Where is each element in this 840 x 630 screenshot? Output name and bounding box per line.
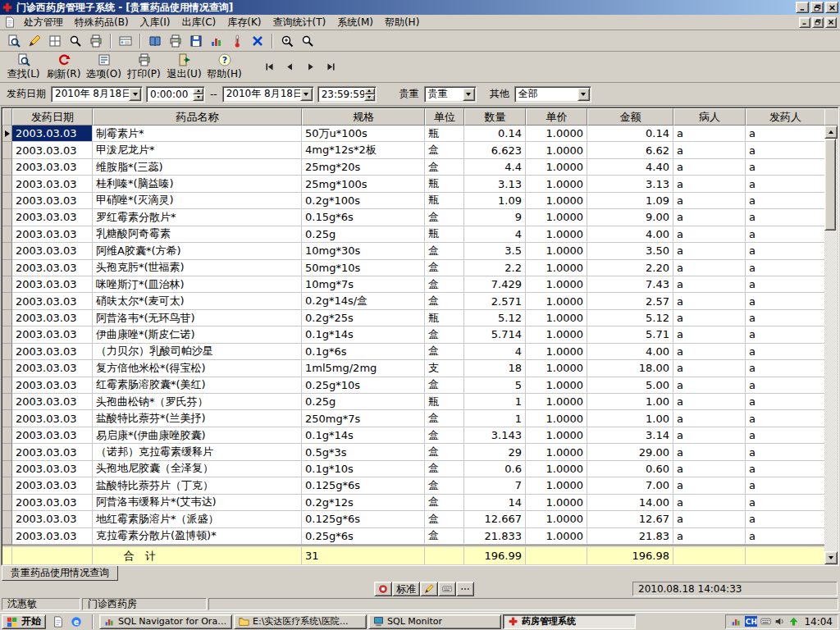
cell-spec[interactable]: 0.2g*25s [302, 310, 425, 326]
cell-spec[interactable]: 0.25g [302, 394, 425, 410]
cell-dispenser[interactable]: a [746, 427, 824, 444]
cell-patient[interactable]: a [673, 260, 746, 276]
cell-unit-price[interactable]: 1.0000 [526, 193, 587, 209]
precious-select[interactable]: 贵重 [424, 86, 477, 103]
help-button[interactable]: 帮助(H) [204, 52, 244, 82]
cell-unit[interactable]: 盒 [425, 209, 464, 226]
cell-dispense-date[interactable]: 2003.03.03 [12, 410, 93, 427]
table-row[interactable]: 2003.03.03头孢地尼胶囊（全泽复）0.1g*10s盒0.61.00000… [2, 461, 824, 477]
cell-dispense-date[interactable]: 2003.03.03 [12, 394, 93, 410]
ime-logo-icon[interactable] [374, 582, 392, 596]
cell-unit[interactable]: 瓶 [425, 310, 464, 326]
cell-dispenser[interactable]: a [746, 495, 824, 511]
cell-patient[interactable]: a [673, 209, 746, 226]
column-header-drug-name[interactable]: 药品名称 [93, 108, 302, 126]
cell-dispenser[interactable]: a [746, 193, 824, 209]
cell-patient[interactable]: a [673, 226, 746, 243]
cell-drug-name[interactable]: 地红霉素肠溶片*（派盛） [93, 511, 302, 527]
cell-amount[interactable]: 9.00 [587, 209, 673, 226]
cell-drug-name[interactable]: 克拉霉素分散片(盈博顿)* [93, 528, 302, 545]
cell-amount[interactable]: 5.71 [587, 326, 673, 343]
cell-dispenser[interactable]: a [746, 126, 824, 142]
menu-item-system[interactable]: 系统(M) [331, 14, 379, 31]
cell-spec[interactable]: 25mg*20s [302, 159, 425, 176]
cell-patient[interactable]: a [673, 310, 746, 326]
cell-quantity[interactable]: 1.09 [464, 193, 526, 209]
column-header-dispense-date[interactable]: 发药日期 [12, 108, 93, 126]
cell-drug-name[interactable]: 甲泼尼龙片* [93, 142, 302, 158]
cell-unit-price[interactable]: 1.0000 [526, 126, 587, 142]
spin-up-icon[interactable] [364, 88, 375, 94]
cell-amount[interactable]: 1.00 [587, 410, 673, 427]
cell-spec[interactable]: 4mg*12s*2板 [302, 142, 425, 158]
date-from-select[interactable]: 2010年 8月18日 [51, 86, 143, 103]
cell-dispenser[interactable]: a [746, 344, 824, 360]
cell-patient[interactable]: a [673, 344, 746, 360]
mdi-child-icon[interactable] [4, 16, 16, 28]
cell-dispenser[interactable]: a [746, 461, 824, 477]
table-row[interactable]: 2003.03.03甲硝唑*(灭滴灵)0.2g*100s瓶1.091.00001… [2, 193, 824, 209]
cell-patient[interactable]: a [673, 159, 746, 176]
cell-drug-name[interactable]: 硝呋太尔*(麦可太) [93, 293, 302, 309]
cell-dispense-date[interactable]: 2003.03.03 [12, 260, 93, 276]
cell-spec[interactable]: 0.125g*6s [302, 477, 425, 494]
cell-dispense-date[interactable]: 2003.03.03 [12, 444, 93, 460]
cell-dispenser[interactable]: a [746, 226, 824, 243]
scroll-up-icon[interactable] [824, 126, 838, 139]
cell-spec[interactable]: 0.15g*6s [302, 209, 425, 226]
cell-unit[interactable]: 盒 [425, 326, 464, 343]
cell-dispense-date[interactable]: 2003.03.03 [12, 377, 93, 394]
cell-drug-name[interactable]: 头孢克肟*(世福素) [93, 260, 302, 276]
cell-spec[interactable]: 0.25g*6s [302, 528, 425, 545]
column-header-patient[interactable]: 病人 [673, 108, 746, 126]
cell-spec[interactable]: 0.25g*10s [302, 377, 425, 394]
spin-down-icon[interactable] [364, 94, 375, 101]
cell-dispenser[interactable]: a [746, 410, 824, 427]
cell-spec[interactable]: 0.5g*3s [302, 444, 425, 460]
cell-patient[interactable]: a [673, 276, 746, 293]
cell-dispense-date[interactable]: 2003.03.03 [12, 126, 93, 142]
cell-spec[interactable]: 0.2g*14s/盒 [302, 293, 425, 309]
other-select[interactable]: 全部 [514, 86, 591, 103]
cell-amount[interactable]: 3.14 [587, 427, 673, 444]
table-row[interactable]: 2003.03.03头孢曲松钠*（罗氏芬）0.25g瓶11.00001.00aa [2, 394, 824, 410]
table-row[interactable]: 2003.03.03硝呋太尔*(麦可太)0.2g*14s/盒盒2.5711.00… [2, 293, 824, 309]
cell-unit-price[interactable]: 1.0000 [526, 410, 587, 427]
cell-dispense-date[interactable]: 2003.03.03 [12, 427, 93, 444]
table-row[interactable]: 2003.03.03阿昔洛韦缓释片*(艾韦达)0.2g*12s盒141.0000… [2, 495, 824, 511]
spin-down-icon[interactable] [193, 94, 203, 101]
cell-quantity[interactable]: 9 [464, 209, 526, 226]
cell-spec[interactable]: 250mg*7s [302, 410, 425, 427]
cell-drug-name[interactable]: 桂利嗪*(脑益嗪) [93, 176, 302, 192]
cell-amount[interactable]: 3.13 [587, 176, 673, 192]
menu-item-stock-out[interactable]: 出库(C) [176, 14, 222, 31]
cell-dispenser[interactable]: a [746, 159, 824, 176]
column-header-spec[interactable]: 规格 [302, 108, 425, 126]
cell-dispense-date[interactable]: 2003.03.03 [12, 209, 93, 226]
save-icon[interactable] [186, 32, 206, 50]
grid-icon[interactable] [45, 32, 65, 50]
cell-quantity[interactable]: 29 [464, 444, 526, 460]
cell-quantity[interactable]: 6.623 [464, 142, 526, 158]
cell-dispenser[interactable]: a [746, 142, 824, 158]
cell-quantity[interactable]: 5 [464, 377, 526, 394]
cell-amount[interactable]: 1.00 [587, 394, 673, 410]
cell-quantity[interactable]: 3.5 [464, 243, 526, 259]
cell-unit-price[interactable]: 1.0000 [526, 528, 587, 545]
cell-amount[interactable]: 12.67 [587, 511, 673, 527]
cell-unit-price[interactable]: 1.0000 [526, 477, 587, 494]
cell-dispense-date[interactable]: 2003.03.03 [12, 276, 93, 293]
cell-amount[interactable]: 2.20 [587, 260, 673, 276]
cell-unit[interactable]: 盒 [425, 344, 464, 360]
cell-drug-name[interactable]: 盐酸特比萘芬片（丁克） [93, 477, 302, 494]
cell-unit-price[interactable]: 1.0000 [526, 394, 587, 410]
cell-unit-price[interactable]: 1.0000 [526, 377, 587, 394]
cell-quantity[interactable]: 1 [464, 410, 526, 427]
cell-spec[interactable]: 1ml5mg/2mg [302, 360, 425, 377]
table-row[interactable]: 2003.03.03阿昔洛韦*(无环鸟苷)0.2g*25s瓶5.121.0000… [2, 310, 824, 326]
next-record-button[interactable] [300, 58, 321, 76]
cell-spec[interactable]: 50万u*100s [302, 126, 425, 142]
table-row[interactable]: 2003.03.03罗红霉素分散片*0.15g*6s盒91.00009.00aa [2, 209, 824, 226]
cell-patient[interactable]: a [673, 142, 746, 158]
cell-drug-name[interactable]: 甲硝唑*(灭滴灵) [93, 193, 302, 209]
